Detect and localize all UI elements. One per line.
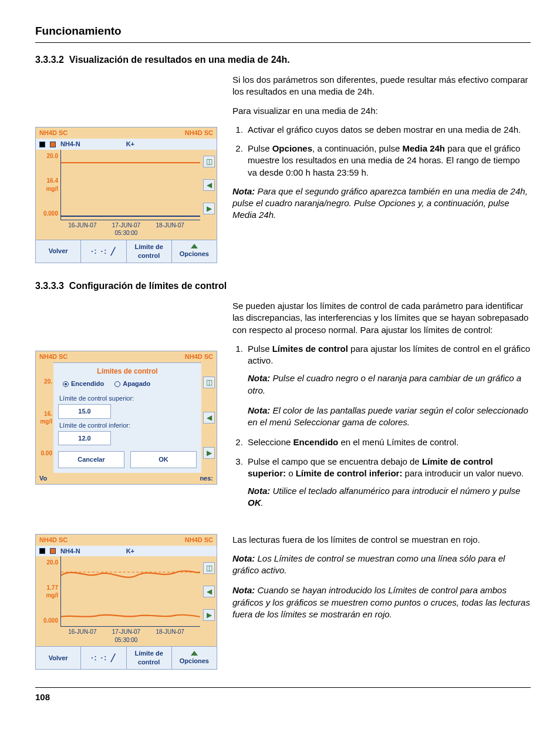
- off-label: Apagado: [123, 380, 150, 387]
- t: en el menú Límites de control.: [338, 437, 458, 447]
- result-note-2: Nota: Cuando se hayan introducido los Lí…: [232, 584, 531, 620]
- arrow-right-icon[interactable]: ▶: [203, 447, 215, 459]
- arrow-left-icon[interactable]: ◀: [203, 412, 215, 424]
- page-title: Funcionamiento: [35, 23, 531, 39]
- arrow-left-icon[interactable]: ◀: [203, 586, 215, 597]
- note-text: El color de las pantallas puede variar s…: [248, 405, 528, 427]
- rule-top: [35, 42, 531, 43]
- sensor-icon[interactable]: ◫: [203, 377, 215, 388]
- opciones-bold: Opciones: [272, 143, 312, 153]
- section-number: 3.3.3.3: [35, 281, 64, 291]
- back-button[interactable]: Volver: [36, 240, 81, 263]
- intro-p1: Si los dos parámetros son diferentes, pu…: [232, 74, 531, 98]
- page-number: 108: [35, 691, 531, 703]
- y-bot: 0.000: [36, 210, 58, 218]
- note-2: Nota: El color de las pantallas puede va…: [248, 405, 531, 429]
- t: Pulse: [248, 143, 272, 153]
- lower-bold: Límite de control inferior:: [296, 468, 403, 478]
- square-orange-icon[interactable]: [50, 548, 56, 554]
- arrow-right-icon[interactable]: ▶: [203, 203, 215, 214]
- control-limit-button[interactable]: Límite de control: [127, 647, 172, 669]
- x2b: 05:30:00: [115, 637, 138, 643]
- note-3332: Nota: Para que el segundo gráfico aparez…: [232, 186, 531, 221]
- dialog-title: Límites de control: [58, 367, 197, 376]
- y-bot: 0.000: [36, 617, 58, 625]
- options-label: Opciones: [180, 250, 209, 258]
- note-label: Nota:: [232, 186, 255, 196]
- sensor-icon[interactable]: ◫: [203, 562, 215, 574]
- step-1: Pulse Límites de control para ajustar lo…: [245, 343, 531, 429]
- on-label: Encendido: [71, 380, 104, 387]
- shot3-hdr-right: NH4D SC: [185, 536, 213, 545]
- x2b: 05:30:00: [115, 230, 138, 236]
- y-top: 20.0: [36, 152, 58, 160]
- ok-button[interactable]: OK: [130, 451, 197, 468]
- lower-limit-field[interactable]: 12.0: [58, 431, 111, 446]
- section-number: 3.3.3.2: [35, 55, 64, 65]
- radio-encendido[interactable]: Encendido: [63, 379, 104, 388]
- shot3-kplus: K+: [126, 547, 134, 556]
- nes-label: nes:: [200, 474, 213, 483]
- y-mid1: 16.: [44, 411, 52, 417]
- vo-label: Vo: [39, 474, 47, 483]
- shot3-nh4n: NH4-N: [60, 547, 80, 556]
- note-text: Cuando se hayan introducido los Límites …: [232, 585, 530, 619]
- t: Seleccione: [248, 437, 294, 447]
- options-button[interactable]: Opciones: [172, 647, 217, 669]
- square-black-icon[interactable]: [39, 548, 45, 554]
- shot1-kplus: K+: [126, 140, 134, 149]
- radio-on-icon: [63, 381, 69, 387]
- series-kplus-line: [61, 216, 200, 217]
- step-2: Pulse Opciones, a continuación, pulse Me…: [245, 143, 531, 179]
- triangle-up-icon: [191, 651, 198, 656]
- arrow-left-icon[interactable]: ◀: [203, 179, 215, 191]
- x1: 16-JUN-07: [68, 221, 96, 237]
- note-1: Nota: Pulse el cuadro negro o el naranja…: [248, 372, 531, 396]
- radio-off-icon: [114, 381, 120, 387]
- t: .: [261, 498, 264, 508]
- cancel-button[interactable]: Cancelar: [58, 451, 124, 468]
- y-mid: 1.77: [47, 584, 58, 591]
- note-label: Nota:: [248, 486, 270, 496]
- shot2-hdr-right: NH4D SC: [185, 352, 213, 361]
- style-button[interactable]: ·: ·: ╱: [81, 240, 126, 263]
- note-3: Nota: Utilice el teclado alfanumérico pa…: [248, 485, 531, 509]
- arrow-right-icon[interactable]: ▶: [203, 609, 215, 621]
- y-unit: mg/l: [46, 592, 58, 599]
- sensor-icon[interactable]: ◫: [203, 156, 215, 167]
- screenshot-readings-red: NH4D SC NH4D SC NH4-N K+ 20.0 1.77mg/l 0…: [35, 534, 217, 670]
- section-3333-heading: 3.3.3.3 Configuración de límites de cont…: [35, 280, 531, 293]
- y-unit: mg/l: [46, 186, 58, 192]
- note-label: Nota:: [248, 373, 270, 383]
- radio-apagado[interactable]: Apagado: [114, 379, 150, 388]
- note-text: Pulse el cuadro negro o el naranja para …: [248, 373, 521, 395]
- note-text: Los Límites de control se muestran como …: [232, 553, 505, 575]
- result-para: Las lecturas fuera de los límites de con…: [232, 534, 531, 546]
- x3: 18-JUN-07: [156, 628, 184, 644]
- x3: 18-JUN-07: [156, 221, 184, 237]
- screenshot-1-slot: NH4D SC NH4D SC NH4-N K+ 20.0 16.4mg/l 0…: [35, 74, 217, 263]
- note-text: Utilice el teclado alfanumérico para int…: [270, 486, 520, 496]
- t: Pulse: [248, 344, 272, 354]
- y-bot: 0.00: [37, 449, 52, 458]
- square-orange-icon[interactable]: [50, 142, 56, 147]
- options-button[interactable]: Opciones: [172, 240, 217, 263]
- y-top: 20.: [37, 378, 52, 386]
- shot1-nh4n: NH4-N: [60, 140, 80, 149]
- shot1-hdr-right: NH4D SC: [185, 129, 213, 137]
- shot3-hdr-left: NH4D SC: [39, 536, 68, 545]
- upper-limit-field[interactable]: 15.0: [58, 404, 111, 419]
- encendido-bold: Encendido: [294, 437, 339, 447]
- dots-line-icon: ·: ·: ╱: [91, 247, 116, 256]
- upper-limit-label: Límite de control superior:: [58, 392, 197, 404]
- series-nh4n-line: [61, 162, 200, 163]
- screenshot-media-24h: NH4D SC NH4D SC NH4-N K+ 20.0 16.4mg/l 0…: [35, 127, 217, 263]
- note-label: Nota:: [232, 585, 255, 595]
- note-label: Nota:: [232, 553, 255, 563]
- options-label: Opciones: [180, 657, 209, 666]
- back-button[interactable]: Volver: [36, 647, 81, 669]
- style-button[interactable]: ·: ·: ╱: [81, 647, 126, 669]
- x2a: 17-JUN-07: [112, 629, 140, 635]
- control-limit-button[interactable]: Límite de control: [127, 240, 172, 263]
- square-black-icon[interactable]: [39, 142, 45, 147]
